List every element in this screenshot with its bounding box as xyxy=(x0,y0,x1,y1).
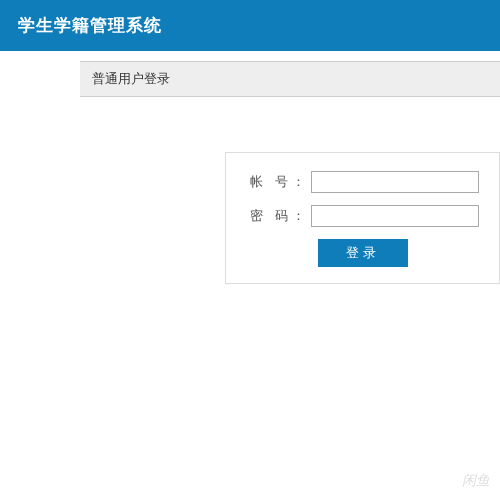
account-label: 帐 号： xyxy=(246,173,311,191)
app-title: 学生学籍管理系统 xyxy=(18,16,162,35)
watermark: 闲鱼 xyxy=(462,472,490,490)
login-button[interactable]: 登录 xyxy=(318,239,408,267)
header-spacer xyxy=(0,51,500,61)
password-input[interactable] xyxy=(311,205,479,227)
login-form: 帐 号： 密 码： 登录 xyxy=(225,152,500,284)
button-row: 登录 xyxy=(246,239,479,267)
form-area: 帐 号： 密 码： 登录 xyxy=(80,97,500,284)
account-input[interactable] xyxy=(311,171,479,193)
password-row: 密 码： xyxy=(246,205,479,227)
content-area: 普通用户登录 帐 号： 密 码： 登录 xyxy=(80,61,500,284)
app-header: 学生学籍管理系统 xyxy=(0,0,500,51)
account-row: 帐 号： xyxy=(246,171,479,193)
password-label: 密 码： xyxy=(246,207,311,225)
panel-title: 普通用户登录 xyxy=(80,61,500,97)
